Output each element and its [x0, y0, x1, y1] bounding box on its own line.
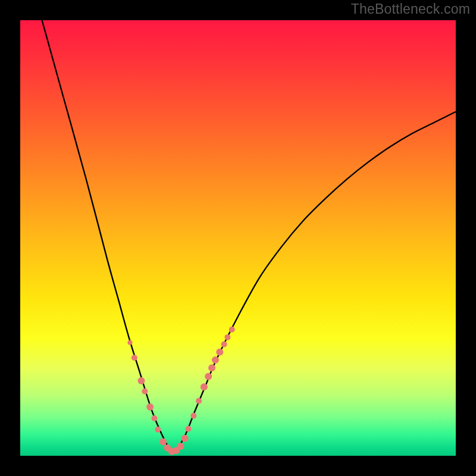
highlight-dot — [229, 327, 235, 333]
highlight-dot — [159, 439, 167, 446]
highlight-dot — [196, 398, 202, 404]
watermark-text: TheBottleneck.com — [351, 1, 470, 17]
highlight-dots — [20, 20, 456, 456]
highlight-dot — [190, 413, 196, 419]
highlight-dot — [205, 373, 212, 380]
highlight-dot — [221, 342, 227, 347]
highlight-dot — [177, 443, 184, 450]
highlight-dot — [131, 355, 137, 361]
highlight-dot — [138, 377, 145, 384]
highlight-dot — [208, 364, 215, 371]
highlight-dot — [127, 340, 132, 345]
highlight-dot — [151, 415, 157, 421]
highlight-dot — [201, 383, 208, 390]
highlight-dot — [142, 389, 148, 394]
highlight-dot — [216, 349, 223, 356]
chart-frame: TheBottleneck.com — [0, 0, 476, 476]
highlight-dot — [146, 403, 154, 411]
highlight-dot — [212, 356, 219, 364]
highlight-dot — [224, 334, 230, 340]
highlight-dot — [181, 435, 189, 442]
highlight-dot — [186, 426, 192, 432]
highlight-dot — [155, 427, 161, 433]
